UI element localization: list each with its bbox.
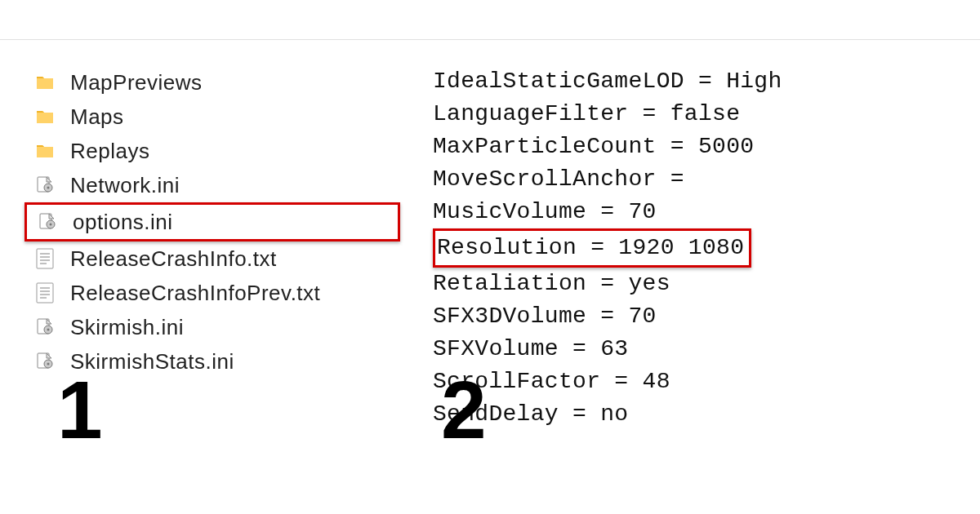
file-row-options-ini[interactable]: options.ini: [24, 202, 400, 241]
file-name: Skirmish.ini: [70, 315, 184, 340]
file-name: MapPreviews: [70, 70, 203, 95]
config-line[interactable]: IdealStaticGameLOD = High: [433, 65, 956, 98]
file-row-replays[interactable]: Replays: [24, 134, 400, 168]
folder-icon: [34, 140, 56, 162]
file-row-network-ini[interactable]: Network.ini: [24, 168, 400, 202]
txt-file-icon: [34, 282, 56, 304]
ini-file-icon: [34, 317, 56, 338]
file-name: Replays: [70, 139, 149, 164]
folder-icon: [34, 72, 56, 93]
top-divider: [0, 39, 980, 40]
txt-file-icon: [34, 248, 56, 269]
ini-file-icon: [34, 175, 56, 196]
svg-point-21: [47, 363, 50, 366]
file-name: Maps: [70, 104, 124, 130]
config-line-resolution[interactable]: Resolution = 1920 1080: [433, 228, 751, 268]
ini-file-icon: [34, 351, 56, 372]
config-line[interactable]: ScrollFactor = 48: [433, 366, 956, 398]
svg-rect-11: [37, 283, 53, 303]
step-number-1: 1: [57, 363, 103, 457]
file-row-releasecrashinfoprev-txt[interactable]: ReleaseCrashInfoPrev.txt: [24, 276, 400, 310]
file-name: ReleaseCrashInfo.txt: [70, 246, 277, 272]
svg-point-18: [47, 329, 50, 331]
folder-icon: [34, 106, 56, 127]
svg-rect-6: [37, 249, 53, 268]
file-row-maps[interactable]: Maps: [24, 100, 400, 134]
config-line[interactable]: LanguageFilter = false: [433, 98, 956, 131]
config-line[interactable]: MusicVolume = 70: [433, 196, 956, 228]
config-line[interactable]: Retaliation = yes: [433, 268, 956, 300]
config-line[interactable]: MaxParticleCount = 5000: [433, 131, 956, 163]
config-line[interactable]: SFXVolume = 63: [433, 333, 956, 366]
file-row-skirmish-ini[interactable]: Skirmish.ini: [24, 310, 400, 344]
file-name: Network.ini: [70, 173, 180, 198]
file-name: ReleaseCrashInfoPrev.txt: [70, 281, 320, 306]
svg-point-5: [50, 224, 52, 226]
ini-file-icon: [37, 211, 58, 233]
file-row-mappreviews[interactable]: MapPreviews: [24, 65, 400, 100]
config-line[interactable]: SendDelay = no: [433, 398, 956, 431]
file-name: options.ini: [73, 210, 173, 235]
config-line[interactable]: MoveScrollAnchor =: [433, 163, 956, 196]
config-line[interactable]: SFX3DVolume = 70: [433, 300, 956, 333]
step-number-2: 2: [441, 363, 487, 457]
main-container: MapPreviews Maps Replays Network.ini opt: [24, 65, 956, 431]
svg-point-2: [47, 187, 50, 189]
file-row-releasecrashinfo-txt[interactable]: ReleaseCrashInfo.txt: [24, 241, 400, 276]
